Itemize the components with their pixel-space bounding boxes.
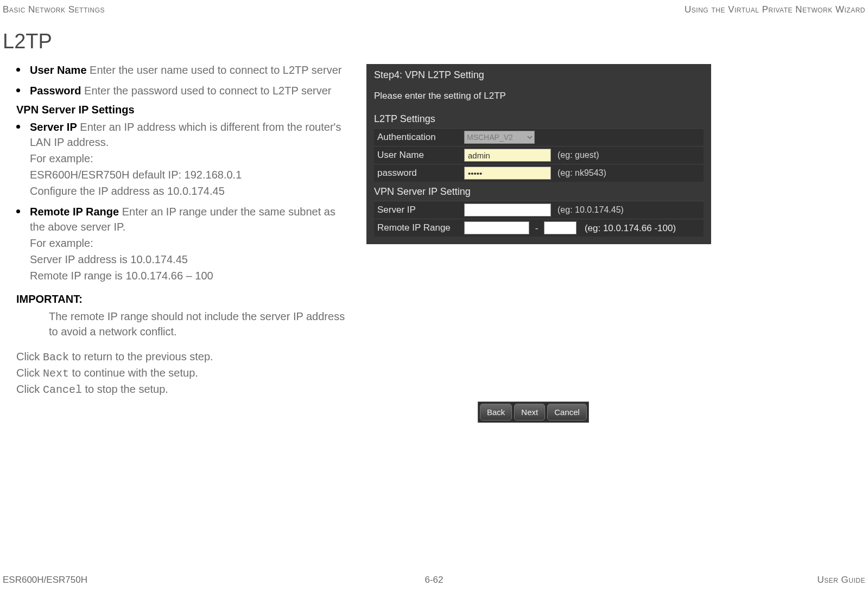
section-title: L2TP <box>3 30 52 53</box>
password-label: password <box>374 164 461 182</box>
click-back-pre: Click <box>16 351 43 362</box>
serverip-label: Server IP <box>374 201 461 219</box>
bullet-password: Password Enter the password used to conn… <box>30 83 347 98</box>
password-term: Password <box>30 85 81 97</box>
range-hint: (eg: 10.0.174.66 -100) <box>585 223 676 233</box>
serverip-term: Server IP <box>30 121 77 133</box>
password-input[interactable] <box>464 167 551 180</box>
serverip-example-1: For example: <box>30 151 347 166</box>
password-desc: Enter the password used to connect to L2… <box>81 85 331 97</box>
content-left-column: User Name Enter the user name used to co… <box>16 62 347 398</box>
vpn-server-ip-group: VPN Server IP Setting <box>374 186 704 198</box>
serverip-hint: (eg: 10.0.174.45) <box>554 201 704 219</box>
bullet-serverip: Server IP Enter an IP address which is d… <box>30 119 347 199</box>
range-example-3: Remote IP range is 10.0.174.66 – 100 <box>30 268 347 283</box>
footer-model: ESR600H/ESR750H <box>3 575 87 585</box>
range-end-input[interactable] <box>544 221 576 234</box>
vpn-server-ip-settings-heading: VPN Server IP Settings <box>16 104 347 116</box>
footer-guide-label: User Guide <box>817 575 865 585</box>
click-next-code: Next <box>43 367 69 380</box>
vpn-server-ip-table: Server IP (eg: 10.0.174.45) Remote IP Ra… <box>374 201 704 237</box>
click-back-code: Back <box>43 351 69 364</box>
click-cancel-post: to stop the setup. <box>82 383 168 395</box>
serverip-desc: Enter an IP address which is different f… <box>30 121 341 148</box>
password-hint: (eg: nk9543) <box>554 164 704 182</box>
wizard-step-subtitle: Please enter the setting of L2TP <box>374 91 704 101</box>
serverip-example-2: ESR600H/ESR750H default IP: 192.168.0.1 <box>30 167 347 182</box>
cancel-button[interactable]: Cancel <box>547 404 587 421</box>
username-hint: (eg: guest) <box>554 147 704 164</box>
auth-label: Authentication <box>374 129 461 147</box>
bullet-username: User Name Enter the user name used to co… <box>30 62 347 78</box>
click-next-pre: Click <box>16 367 43 379</box>
range-example-1: For example: <box>30 235 347 251</box>
click-cancel-pre: Click <box>16 383 43 395</box>
auth-hint <box>554 129 704 147</box>
footer-page-number: 6-62 <box>425 575 443 585</box>
l2tp-settings-table: Authentication MSCHAP_V2 User Name (eg: … <box>374 128 704 182</box>
username-desc: Enter the user name used to connect to L… <box>87 64 342 76</box>
username-label: User Name <box>374 147 461 164</box>
range-start-input[interactable] <box>464 221 529 234</box>
range-term: Remote IP Range <box>30 206 119 218</box>
important-text: The remote IP range should not include t… <box>16 309 347 339</box>
header-right: Using the Virtual Private Network Wizard <box>685 4 865 15</box>
important-label: IMPORTANT: <box>16 293 347 305</box>
wizard-nav-buttons: Back Next Cancel <box>478 402 589 423</box>
range-label: Remote IP Range <box>374 219 461 237</box>
click-next-post: to continue with the setup. <box>69 367 198 379</box>
wizard-screenshot-panel: Step4: VPN L2TP Setting Please enter the… <box>366 64 711 244</box>
next-button[interactable]: Next <box>514 404 545 421</box>
range-dash: - <box>532 223 542 233</box>
l2tp-settings-group: L2TP Settings <box>374 113 704 125</box>
bullet-remote-ip-range: Remote IP Range Enter an IP range under … <box>30 204 347 283</box>
header-left: Basic Network Settings <box>3 4 105 15</box>
serverip-input[interactable] <box>464 203 551 217</box>
auth-select[interactable]: MSCHAP_V2 <box>464 131 535 144</box>
click-instructions: Click Back to return to the previous ste… <box>16 349 347 398</box>
click-back-post: to return to the previous step. <box>69 351 213 362</box>
wizard-step-title: Step4: VPN L2TP Setting <box>374 69 704 81</box>
username-term: User Name <box>30 64 87 76</box>
range-example-2: Server IP address is 10.0.174.45 <box>30 252 347 267</box>
back-button[interactable]: Back <box>480 404 512 421</box>
username-input[interactable] <box>464 149 551 162</box>
serverip-example-3: Configure the IP address as 10.0.174.45 <box>30 183 347 199</box>
click-cancel-code: Cancel <box>43 384 82 396</box>
